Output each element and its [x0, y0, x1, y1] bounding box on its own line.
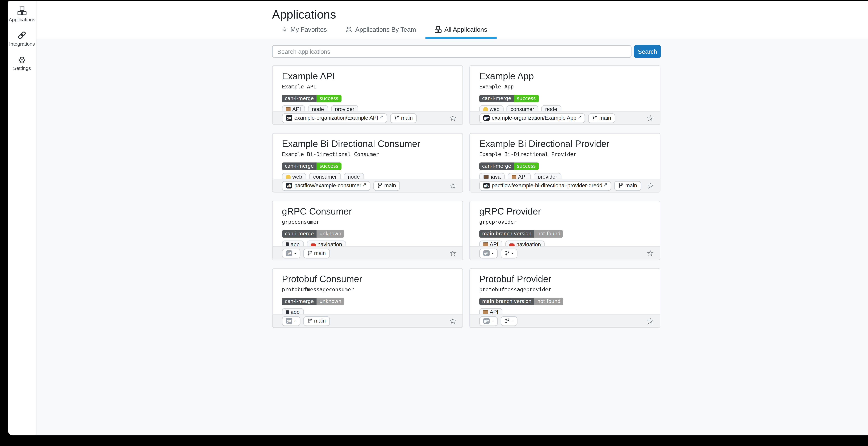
git-branch-icon	[504, 318, 510, 324]
application-id: Example App	[479, 84, 651, 90]
external-link-icon: ↗	[363, 180, 366, 189]
application-title: Example API	[282, 71, 453, 81]
status-badge: can-i-mergesuccess	[479, 95, 539, 102]
git-icon: git	[286, 250, 292, 256]
application-id: protobufmessageconsumer	[282, 287, 453, 293]
git-branch-icon	[592, 115, 597, 121]
sidebar-item-label: Settings	[13, 65, 31, 71]
repo-link[interactable]: git-	[282, 316, 300, 326]
team-icon	[345, 26, 352, 33]
tab-my-favorites[interactable]: ☆ My Favorites	[272, 26, 336, 39]
tab-bar: ☆ My Favorites	[272, 26, 868, 39]
branch-chip[interactable]: -	[500, 248, 517, 258]
application-card[interactable]: Example App Example App can-i-mergesucce…	[469, 65, 660, 125]
favorite-star-button[interactable]: ☆	[647, 317, 654, 325]
git-branch-icon	[307, 318, 312, 324]
repo-link[interactable]: git-	[479, 248, 498, 258]
application-id: Example Bi-Directional Provider	[479, 151, 651, 158]
card-footer: gitexample-organization/Example API↗ mai…	[273, 111, 462, 124]
git-branch-icon	[504, 250, 510, 256]
favorite-star-button[interactable]: ☆	[647, 181, 654, 190]
application-title: Example Bi Directional Provider	[479, 138, 651, 149]
application-title: Example Bi Directional Consumer	[282, 138, 453, 149]
application-title: Protobuf Provider	[479, 273, 651, 284]
application-card[interactable]: gRPC Provider grpcprovider main branch v…	[469, 201, 660, 260]
applications-cubes-icon	[18, 6, 27, 15]
git-icon: git	[483, 115, 489, 121]
sidebar: Applications Integrations ⚙ Sett	[8, 1, 36, 436]
git-branch-icon	[394, 115, 399, 121]
sidebar-item-label: Integrations	[9, 41, 35, 47]
tab-label: My Favorites	[290, 26, 327, 33]
repo-link[interactable]: gitexample-organization/Example App↗	[479, 113, 586, 123]
favorite-star-button[interactable]: ☆	[647, 114, 654, 122]
favorite-star-button[interactable]: ☆	[449, 114, 457, 122]
application-id: Example Bi-Directional Consumer	[282, 151, 453, 158]
sidebar-item-integrations[interactable]: Integrations	[8, 31, 36, 47]
application-id: protobufmessageprovider	[479, 287, 651, 293]
application-card[interactable]: Example Bi Directional Consumer Example …	[272, 133, 463, 193]
card-footer: gitexample-organization/Example App↗ mai…	[470, 111, 660, 124]
search-input[interactable]	[272, 45, 631, 58]
application-card[interactable]: gRPC Consumer grpcconsumer can-i-mergeun…	[272, 201, 463, 260]
status-badge: main branch versionnot found	[479, 230, 563, 238]
app-window: Applications Integrations ⚙ Sett	[8, 1, 868, 436]
cubes-icon	[435, 26, 441, 33]
card-footer: git- main ☆	[273, 314, 462, 327]
branch-chip[interactable]: main	[373, 181, 400, 191]
branch-chip[interactable]: main	[303, 316, 330, 326]
branch-chip[interactable]: -	[500, 316, 517, 326]
card-footer: gitpactflow/example-bi-directional-provi…	[470, 179, 660, 192]
git-branch-icon	[377, 183, 383, 188]
repo-link[interactable]: gitexample-organization/Example API↗	[282, 113, 387, 123]
application-card[interactable]: Protobuf Provider protobufmessageprovide…	[469, 268, 660, 328]
repo-link[interactable]: gitpactflow/example-bi-directional-provi…	[479, 181, 612, 191]
external-link-icon: ↗	[379, 112, 383, 121]
tab-label: All Applications	[444, 26, 487, 33]
application-cards-grid: Example API Example API can-i-mergesucce…	[272, 65, 661, 328]
card-footer: git- main ☆	[273, 246, 462, 260]
favorite-star-button[interactable]: ☆	[449, 317, 457, 325]
tab-applications-by-team[interactable]: Applications By Team	[336, 26, 425, 39]
main-area: Applications ☆ My Favorites	[36, 1, 868, 436]
git-icon: git	[483, 318, 489, 324]
search-button[interactable]: Search	[634, 45, 661, 58]
page: Applications Integrations ⚙ Sett	[0, 0, 868, 446]
status-badge: can-i-mergesuccess	[282, 95, 341, 102]
application-title: gRPC Consumer	[282, 206, 453, 217]
external-link-icon: ↗	[578, 112, 581, 121]
star-icon: ☆	[281, 26, 287, 33]
sidebar-item-applications[interactable]: Applications	[8, 6, 36, 23]
branch-chip[interactable]: main	[303, 248, 330, 258]
gear-icon: ⚙	[18, 55, 27, 64]
sidebar-item-settings[interactable]: ⚙ Settings	[8, 55, 36, 71]
application-id: grpcconsumer	[282, 219, 453, 226]
favorite-star-button[interactable]: ☆	[449, 249, 457, 258]
repo-link[interactable]: git-	[282, 248, 300, 258]
application-title: Protobuf Consumer	[282, 273, 453, 284]
status-badge: can-i-mergesuccess	[479, 163, 539, 170]
git-icon: git	[286, 318, 292, 324]
tab-all-applications[interactable]: All Applications	[425, 26, 496, 39]
application-title: Example App	[479, 71, 651, 81]
branch-chip[interactable]: main	[588, 113, 615, 123]
search-row: Search	[272, 45, 661, 58]
branch-chip[interactable]: main	[390, 113, 417, 123]
git-icon: git	[286, 182, 292, 188]
repo-link[interactable]: git-	[479, 316, 498, 326]
application-id: grpcprovider	[479, 219, 651, 226]
application-card[interactable]: Protobuf Consumer protobufmessageconsume…	[272, 268, 463, 328]
git-icon: git	[286, 115, 292, 121]
page-header: Applications ☆ My Favorites	[36, 1, 868, 39]
repo-link[interactable]: gitpactflow/example-consumer↗	[282, 181, 370, 191]
branch-chip[interactable]: main	[614, 181, 641, 191]
git-icon: git	[483, 250, 489, 256]
favorite-star-button[interactable]: ☆	[449, 181, 457, 190]
application-card[interactable]: Example API Example API can-i-mergesucce…	[272, 65, 463, 125]
page-title: Applications	[272, 8, 868, 21]
external-link-icon: ↗	[603, 180, 608, 189]
application-card[interactable]: Example Bi Directional Provider Example …	[469, 133, 660, 193]
status-badge: can-i-mergeunknown	[282, 230, 344, 238]
tab-label: Applications By Team	[355, 26, 416, 33]
favorite-star-button[interactable]: ☆	[647, 249, 654, 258]
